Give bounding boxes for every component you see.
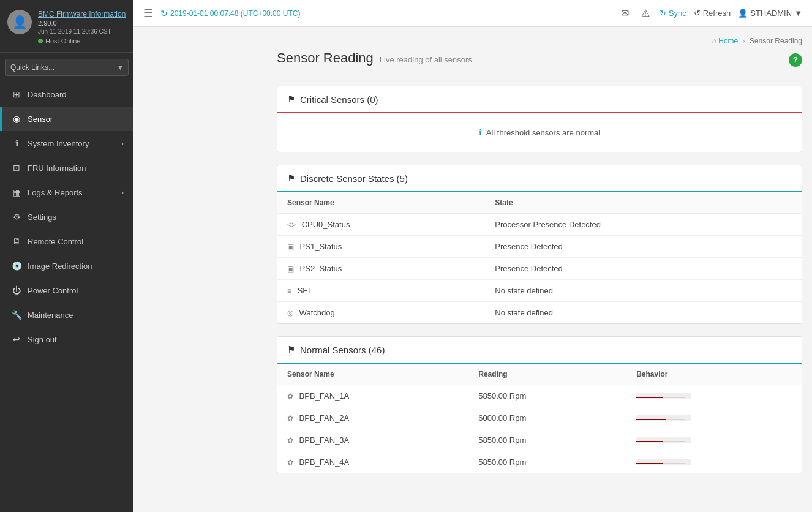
sensor-name-cell: ✿ BPB_FAN_1A [277,385,468,407]
sidebar-item-fru[interactable]: ⊡ FRU Information [0,156,133,180]
reading-cell: 6000.00 Rpm [468,407,626,429]
quick-links-select[interactable]: Quick Links... [5,59,129,76]
image-redirection-icon: 💿 [12,261,21,271]
normal-sensors-section: ⚑ Normal Sensors (46) Sensor Name Readin… [277,336,802,473]
behavior-chart [636,439,691,445]
table-row: ▣ PS2_Status Presence Detected [277,258,802,280]
behavior-chart [636,416,691,423]
behavior-cell [626,429,802,451]
reading-cell: 5850.00 Rpm [468,385,626,407]
sidebar-item-label: Settings [28,213,56,222]
topbar: ☰ ↻ 2019-01-01 00:07:48 (UTC+00:00 UTC) … [133,0,812,27]
state-cell: No state defined [485,302,802,324]
sensor-type-icon: ▣ [287,243,294,251]
sidebar-item-dashboard[interactable]: ⊞ Dashboard [0,82,133,107]
reading-cell: 5850.00 Rpm [468,429,626,451]
col-sensor-name: Sensor Name [277,364,468,385]
discrete-sensors-body: Sensor Name State <> CPU0_Status Process… [277,192,802,323]
alert-icon[interactable]: ⚠ [641,7,650,19]
sidebar-item-label: System Inventory [28,139,89,148]
table-row: ▣ PS1_Status Presence Detected [277,236,802,258]
chevron-right-icon: › [121,140,124,147]
sidebar-item-label: Sensor [28,115,53,124]
normal-sensors-table: Sensor Name Reading Behavior ✿ BPB_FAN_1… [277,364,802,473]
sidebar-item-maintenance[interactable]: 🔧 Maintenance [0,303,133,327]
all-normal-message: ℹ All threshold sensors are normal [277,113,802,152]
refresh-icon: ↺ [694,9,701,18]
col-sensor-name: Sensor Name [277,192,485,214]
sensor-name-cell: ≡ SEL [277,280,485,302]
fan-icon: ✿ [287,392,293,401]
behavior-bar [636,393,691,399]
firmware-version: 2.90.0 [38,20,126,27]
dashboard-icon: ⊞ [12,89,21,99]
sidebar-item-remote-control[interactable]: 🖥 Remote Control [0,229,133,254]
sidebar-item-label: FRU Information [28,164,86,173]
user-menu[interactable]: 👤 STHADMIN ▼ [738,9,802,18]
table-row: ✿ BPB_FAN_2A 6000.00 Rpm [277,407,802,429]
page-title: Sensor Reading [277,50,374,66]
col-reading: Reading [468,364,626,385]
sidebar-item-settings[interactable]: ⚙ Settings [0,205,133,229]
mail-icon[interactable]: ✉ [621,7,629,19]
state-cell: Processor Presence Detected [485,214,802,236]
avatar: 👤 [7,10,32,34]
sensor-name-cell: ✿ BPB_FAN_3A [277,429,468,451]
sidebar-item-power-control[interactable]: ⏻ Power Control [0,278,133,303]
sidebar-item-logs[interactable]: ▦ Logs & Reports › [0,180,133,205]
state-cell: Presence Detected [485,258,802,280]
discrete-sensors-section: ⚑ Discrete Sensor States (5) Sensor Name… [277,165,802,324]
critical-sensors-header: ⚑ Critical Sensors (0) [277,86,802,113]
table-row: ◎ Watchdog No state defined [277,302,802,324]
sync-button[interactable]: ↻ Sync [660,9,686,18]
fan-icon: ✿ [287,458,293,467]
clock-icon: ↻ [160,9,168,18]
sensor-name-cell: ◎ Watchdog [277,302,485,324]
reading-cell: 5850.00 Rpm [468,451,626,473]
sensor-name-cell: ▣ PS2_Status [277,258,485,280]
fan-icon: ✿ [287,414,293,423]
breadcrumb-home[interactable]: Home [718,37,738,45]
sidebar-item-label: Dashboard [28,90,67,99]
behavior-bar [636,437,691,443]
sensor-type-icon: <> [287,220,296,229]
host-status-dot [38,39,43,43]
refresh-button[interactable]: ↺ Refresh [694,9,731,18]
critical-sensors-body: ℹ All threshold sensors are normal [277,113,802,152]
behavior-cell [626,451,802,473]
normal-sensors-body: Sensor Name Reading Behavior ✿ BPB_FAN_1… [277,364,802,473]
sidebar-item-sensor[interactable]: ◉ Sensor [0,107,133,131]
table-row: ✿ BPB_FAN_4A 5850.00 Rpm [277,451,802,473]
sidebar-item-image-redirection[interactable]: 💿 Image Redirection [0,254,133,278]
behavior-cell [626,407,802,429]
hamburger-menu-icon[interactable]: ☰ [143,7,153,20]
quick-links-container: Quick Links... ▼ [5,59,129,76]
sync-icon: ↻ [660,9,666,18]
help-icon[interactable]: ? [789,53,802,67]
fan-icon: ✿ [287,436,293,445]
power-icon: ⏻ [12,285,21,295]
topbar-time: ↻ 2019-01-01 00:07:48 (UTC+00:00 UTC) [160,9,300,18]
sensor-name-cell: ▣ PS1_Status [277,236,485,258]
state-cell: Presence Detected [485,236,802,258]
chevron-right-icon: › [121,189,124,196]
flag-icon: ⚑ [287,94,295,105]
sidebar-item-system-inventory[interactable]: ℹ System Inventory › [0,131,133,156]
sidebar-profile: 👤 BMC Firmware Information 2.90.0 Jun 11… [0,0,133,53]
home-icon: ⌂ [712,37,716,45]
firmware-link[interactable]: BMC Firmware Information [38,10,126,18]
logs-icon: ▦ [12,187,21,197]
sidebar-item-sign-out[interactable]: ↩ Sign out [0,327,133,352]
sensor-type-icon: ▣ [287,265,294,273]
sign-out-icon: ↩ [12,334,21,344]
behavior-chart [636,394,691,401]
system-inventory-icon: ℹ [12,138,21,148]
table-row: ✿ BPB_FAN_3A 5850.00 Rpm [277,429,802,451]
table-row: <> CPU0_Status Processor Presence Detect… [277,214,802,236]
page-subtitle: Live reading of all sensors [380,55,472,64]
user-icon: 👤 [738,9,748,18]
sensor-type-icon: ≡ [287,287,291,295]
breadcrumb-separator: › [743,37,745,45]
behavior-bar [636,415,691,421]
discrete-sensors-header: ⚑ Discrete Sensor States (5) [277,165,802,192]
